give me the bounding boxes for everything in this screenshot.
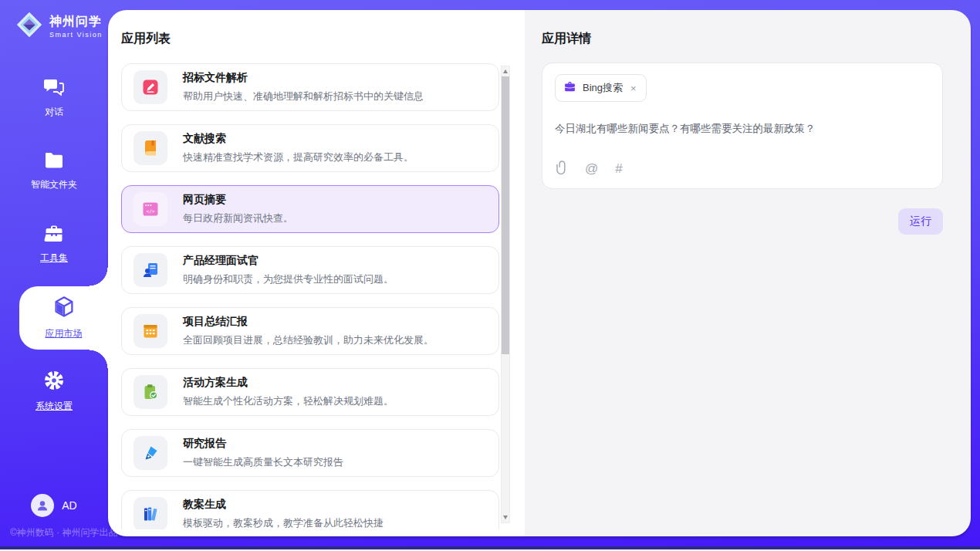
app-card-title: 文献搜索 (183, 132, 414, 146)
app-card-desc: 模板驱动，教案秒成，教学准备从此轻松快捷 (183, 516, 384, 529)
app-card-bid-document-parse[interactable]: 招标文件解析 帮助用户快速、准确地理解和解析招标书中的关键信息 (121, 63, 499, 111)
app-card-webpage-summary[interactable]: </> 网页摘要 每日政府新闻资讯快查。 (121, 185, 499, 233)
sidebar-item-label: 智能文件夹 (31, 178, 77, 191)
user-name: AD (62, 499, 76, 512)
app-card-pm-interviewer[interactable]: 产品经理面试官 明确身份和职责，为您提供专业性的面试问题。 (121, 246, 499, 294)
scrollbar-thumb[interactable] (502, 76, 509, 354)
interviewer-icon (133, 253, 167, 287)
app-card-desc: 全面回顾项目进展，总结经验教训，助力未来优化发展。 (183, 333, 434, 347)
run-button[interactable]: 运行 (898, 208, 943, 235)
app-window: 神州问学 Smart Vision 对话 (0, 0, 980, 546)
attachment-icon[interactable] (556, 161, 568, 177)
sidebar-nav: 对话 智能文件夹 工具集 (0, 66, 108, 423)
app-list-title: 应用列表 (121, 31, 509, 47)
app-card-desc: 快速精准查找学术资源，提高研究效率的必备工具。 (183, 150, 414, 164)
briefcase-icon (563, 80, 576, 96)
brand-name: 神州问学 (49, 14, 103, 30)
app-card-title: 研究报告 (183, 437, 343, 451)
chip-close-icon[interactable]: × (629, 83, 638, 94)
app-card-title: 招标文件解析 (183, 71, 424, 85)
hash-icon[interactable]: # (615, 161, 622, 177)
app-card-activity-plan[interactable]: 活动方案生成 智能生成个性化活动方案，轻松解决规划难题。 (121, 368, 499, 416)
brand-diamond-logo-icon (15, 11, 43, 42)
sidebar-item-smart-folder[interactable]: 智能文件夹 (0, 140, 108, 203)
book-icon (133, 131, 167, 165)
folder-icon (43, 151, 65, 173)
app-card-desc: 每日政府新闻资讯快查。 (183, 211, 293, 225)
sidebar-item-label: 工具集 (40, 252, 68, 265)
ink-pen-icon (133, 436, 167, 470)
avatar-icon (31, 494, 54, 517)
query-card[interactable]: Bing搜索 × 今日湖北有哪些新闻要点？有哪些需要关注的最新政策？ @ # (542, 63, 943, 189)
brand-subtitle: Smart Vision (49, 31, 103, 39)
composer-toolbar: @ # (556, 161, 623, 177)
sidebar: 神州问学 Smart Vision 对话 (0, 0, 108, 546)
toolbox-icon (43, 225, 65, 246)
books-icon (133, 497, 167, 529)
bottom-bar (0, 546, 980, 549)
scrollbar-down-button[interactable] (502, 512, 509, 522)
app-card-title: 产品经理面试官 (183, 254, 394, 268)
app-detail-title: 应用详情 (542, 31, 943, 47)
copyright-text: ©神州数码 · 神州问学出品 (10, 526, 118, 539)
app-card-literature-search[interactable]: 文献搜索 快速精准查找学术资源，提高研究效率的必备工具。 (121, 124, 499, 172)
app-card-title: 项目总结汇报 (183, 315, 434, 329)
app-card-title: 教案生成 (183, 498, 384, 512)
app-list-panel: 应用列表 招标文件解析 帮助用户快速、准确地理解和解析招标书中的关键信息 (108, 10, 525, 536)
sidebar-item-app-market[interactable]: 应用市场 (19, 286, 108, 350)
clipboard-check-icon (133, 375, 167, 409)
sidebar-item-label: 应用市场 (46, 327, 83, 340)
svg-text:</>: </> (146, 208, 154, 214)
app-card-research-report[interactable]: 研究报告 一键智能生成高质量长文本研究报告 (121, 429, 499, 477)
scrollbar[interactable] (501, 66, 510, 523)
sidebar-item-chat[interactable]: 对话 (0, 66, 108, 130)
query-text[interactable]: 今日湖北有哪些新闻要点？有哪些需要关注的最新政策？ (555, 122, 930, 136)
app-card-title: 活动方案生成 (183, 376, 394, 390)
app-card-desc: 一键智能生成高质量长文本研究报告 (183, 455, 343, 469)
cube-icon (53, 296, 75, 322)
mention-icon[interactable]: @ (585, 161, 598, 177)
app-list: 招标文件解析 帮助用户快速、准确地理解和解析招标书中的关键信息 文献搜索 (121, 63, 499, 529)
calendar-icon (133, 314, 167, 348)
tool-chip-bing-search[interactable]: Bing搜索 × (555, 74, 647, 102)
app-card-project-summary[interactable]: 项目总结汇报 全面回顾项目进展，总结经验教训，助力未来优化发展。 (121, 307, 499, 355)
chat-icon (43, 77, 65, 100)
app-card-desc: 明确身份和职责，为您提供专业性的面试问题。 (183, 272, 394, 286)
app-detail-panel: 应用详情 Bing搜索 × 今日湖北有哪些新闻要点？有哪些需要关注的最新政策？ (525, 10, 971, 536)
tool-chip-label: Bing搜索 (583, 81, 623, 95)
sidebar-item-settings[interactable]: 系统设置 (0, 360, 108, 423)
sidebar-item-toolset[interactable]: 工具集 (0, 213, 108, 276)
sidebar-item-label: 系统设置 (35, 400, 73, 413)
brand: 神州问学 Smart Vision (0, 0, 108, 42)
bid-document-icon (133, 70, 167, 104)
app-card-desc: 智能生成个性化活动方案，轻松解决规划难题。 (183, 394, 394, 408)
app-card-title: 网页摘要 (183, 193, 293, 207)
app-card-desc: 帮助用户快速、准确地理解和解析招标书中的关键信息 (183, 90, 424, 103)
scrollbar-up-button[interactable] (502, 66, 509, 76)
webpage-icon: </> (133, 192, 167, 226)
content-area: 应用列表 招标文件解析 帮助用户快速、准确地理解和解析招标书中的关键信息 (108, 10, 971, 536)
app-card-lesson-plan[interactable]: 教案生成 模板驱动，教案秒成，教学准备从此轻松快捷 (121, 490, 499, 529)
user-account[interactable]: AD (0, 494, 108, 517)
gear-icon (43, 370, 65, 394)
sidebar-item-label: 对话 (45, 106, 63, 119)
